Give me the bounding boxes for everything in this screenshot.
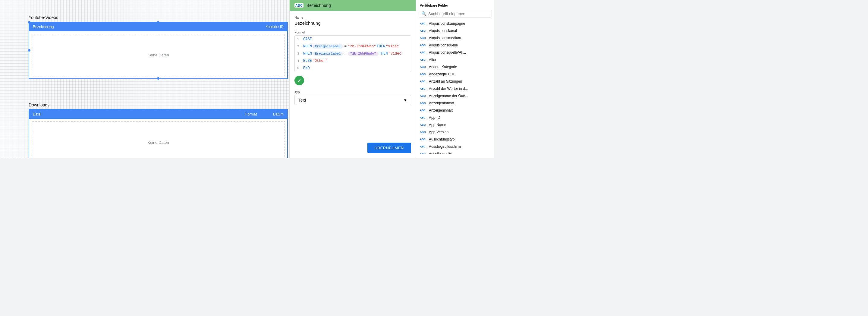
- felder-item[interactable]: ABCAnzeigename der Que...: [416, 92, 434, 99]
- youtube-table-title: Youtube-Videos: [29, 15, 288, 20]
- typ-dropdown[interactable]: Text ▼: [294, 95, 411, 105]
- felder-item[interactable]: ABCAnzeigenformat: [416, 99, 434, 107]
- abc-icon: ABC: [420, 152, 427, 154]
- abc-icon: ABC: [420, 44, 427, 47]
- felder-item[interactable]: ABCAnzeigeninhalt: [416, 107, 434, 114]
- felder-item-name: Ausrichtungstyp: [429, 137, 434, 141]
- formula-line-2: 2 WHEN Ereignislabel = "2b-ZhhFBwdo" THE…: [295, 43, 411, 50]
- felder-item[interactable]: ABCAusrichtungstyp: [416, 136, 434, 143]
- felder-item[interactable]: ABCAusstiegsseite: [416, 150, 434, 154]
- felder-item[interactable]: ABCApp-Version: [416, 128, 434, 136]
- abc-icon: ABC: [420, 131, 427, 134]
- felder-item-name: Akquisitionsmedium: [429, 36, 434, 40]
- abc-icon: ABC: [420, 65, 427, 68]
- felder-item-name: Akquisitionsquelle/Ak...: [429, 50, 434, 55]
- typ-value: Text: [299, 98, 306, 103]
- abc-icon: ABC: [420, 58, 427, 61]
- abc-icon: ABC: [420, 22, 427, 25]
- abc-icon: ABC: [420, 123, 427, 126]
- felder-item-name: App-ID: [429, 115, 434, 120]
- felder-panel: Verfügbare Felder 🔍 ABCAkquisitionskampa…: [416, 0, 434, 158]
- felder-item[interactable]: ABCApp-Name: [416, 121, 434, 128]
- downloads-table-title: Downloads: [29, 103, 288, 107]
- line-num-3: 3: [297, 52, 303, 56]
- col-format: Format: [239, 110, 263, 119]
- line-num-2: 2: [297, 45, 303, 48]
- handle-tl[interactable]: [28, 21, 30, 24]
- felder-item[interactable]: ABCAkquisitionsquelle: [416, 41, 434, 49]
- editor-header: ABC Bezeichnung: [290, 0, 416, 11]
- formula-content-3: WHEN Ereignislabel = "2b-ZhhFBwdo" THEN …: [303, 52, 408, 56]
- handle-tc[interactable]: [157, 21, 159, 24]
- downloads-no-data: Keine Daten: [32, 121, 285, 158]
- col-datum: Datum: [263, 110, 287, 119]
- felder-item-name: Anzahl der Wörter in d...: [429, 87, 434, 91]
- felder-item[interactable]: ABCAkquisitionsmedium: [416, 34, 434, 41]
- abc-icon: ABC: [420, 51, 427, 54]
- felder-item-name: Akquisitionskanal: [429, 29, 434, 33]
- youtube-table-wrapper[interactable]: Bezeichnung Youtube-ID Keine Daten: [29, 22, 288, 79]
- abc-icon: ABC: [420, 138, 427, 141]
- felder-item-name: Alter: [429, 58, 434, 62]
- felder-list: ABCAkquisitionskampagneABCAkquisitionska…: [416, 20, 434, 154]
- felder-item[interactable]: ABCAkquisitionskanal: [416, 27, 434, 34]
- felder-item-name: App-Version: [429, 130, 434, 134]
- canvas-area: ⋮ Youtube-Videos Bezeichnung Youtube-ID …: [0, 0, 289, 158]
- formula-container[interactable]: 1 CASE 2 WHEN Ereignislabel = "2b-ZhhFBw…: [294, 35, 411, 72]
- line-num-1: 1: [297, 37, 303, 41]
- felder-item[interactable]: ABCAusstiegsbildschirm: [416, 143, 434, 150]
- downloads-table: Downloads Datei Format Datum Keine Daten: [29, 103, 288, 158]
- formula-content-5: END: [303, 66, 408, 70]
- formula-line-1: 1 CASE: [295, 36, 411, 43]
- line-num-4: 4: [297, 59, 303, 63]
- felder-item[interactable]: ABCAkquisitionsquelle/Ak...: [416, 49, 434, 56]
- felder-item-name: Akquisitionsquelle: [429, 43, 434, 47]
- abc-icon: ABC: [420, 94, 427, 97]
- abc-icon: ABC: [420, 145, 427, 148]
- formula-content-2: WHEN Ereignislabel = "2b-ZhhFBwdo" THEN …: [303, 44, 408, 49]
- formula-line-4: 4 ELSE "Other": [295, 57, 411, 64]
- abc-icon: ABC: [420, 36, 427, 39]
- felder-item-name: Ausstiegsseite: [429, 152, 434, 154]
- felder-title: Verfügbare Felder: [416, 0, 434, 10]
- abc-icon: ABC: [420, 73, 427, 76]
- editor-header-title: Bezeichnung: [307, 3, 331, 8]
- formel-label: Formel: [294, 30, 411, 34]
- felder-item-name: Angezeigte URL: [429, 72, 434, 76]
- felder-item[interactable]: ABCAkquisitionskampagne: [416, 20, 434, 27]
- typ-section: Typ Text ▼: [294, 90, 411, 105]
- search-box[interactable]: 🔍: [418, 10, 434, 18]
- felder-item-name: Anzahl an Sitzungen: [429, 79, 434, 84]
- col-datei: Datei: [29, 110, 239, 119]
- formula-content-1: CASE: [303, 37, 408, 41]
- downloads-table-wrapper[interactable]: Datei Format Datum Keine Daten: [29, 109, 288, 158]
- felder-item[interactable]: ABCAnzahl der Wörter in d...: [416, 85, 434, 92]
- formula-line-3: 3 WHEN Ereignislabel = "2b-ZhhFBwdo" THE…: [295, 50, 411, 57]
- ubernehmen-button[interactable]: ÜBERNEHMEN: [367, 143, 411, 153]
- youtube-table-header: Bezeichnung Youtube-ID: [29, 22, 287, 31]
- felder-item-name: Andere Kategorie: [429, 65, 434, 69]
- felder-item[interactable]: ABCAlter: [416, 56, 434, 63]
- felder-item[interactable]: ABCApp-ID: [416, 114, 434, 121]
- felder-item-name: Ausstiegsbildschirm: [429, 144, 434, 149]
- handle-bc[interactable]: [157, 77, 159, 80]
- abc-icon: ABC: [420, 87, 427, 90]
- downloads-table-header: Datei Format Datum: [29, 110, 287, 119]
- line-num-5: 5: [297, 66, 303, 70]
- felder-item[interactable]: ABCAnzahl an Sitzungen: [416, 78, 434, 85]
- abc-icon: ABC: [420, 102, 427, 105]
- felder-item[interactable]: ABCAngezeigte URL: [416, 70, 434, 78]
- abc-icon: ABC: [420, 80, 427, 83]
- handle-ml[interactable]: [28, 49, 30, 52]
- abc-icon: ABC: [420, 109, 427, 112]
- search-input[interactable]: [428, 11, 434, 16]
- typ-label: Typ: [294, 90, 411, 94]
- abc-badge: ABC: [294, 3, 304, 7]
- name-value: Bezeichnung: [294, 21, 411, 26]
- felder-item-name: App-Name: [429, 123, 434, 127]
- felder-item-name: Anzeigeninhalt: [429, 108, 434, 112]
- felder-item[interactable]: ABCAndere Kategorie: [416, 63, 434, 70]
- col-bezeichnung: Bezeichnung: [29, 22, 239, 31]
- formula-content-4: ELSE "Other": [303, 59, 408, 63]
- youtube-table: Youtube-Videos Bezeichnung Youtube-ID Ke…: [29, 15, 288, 79]
